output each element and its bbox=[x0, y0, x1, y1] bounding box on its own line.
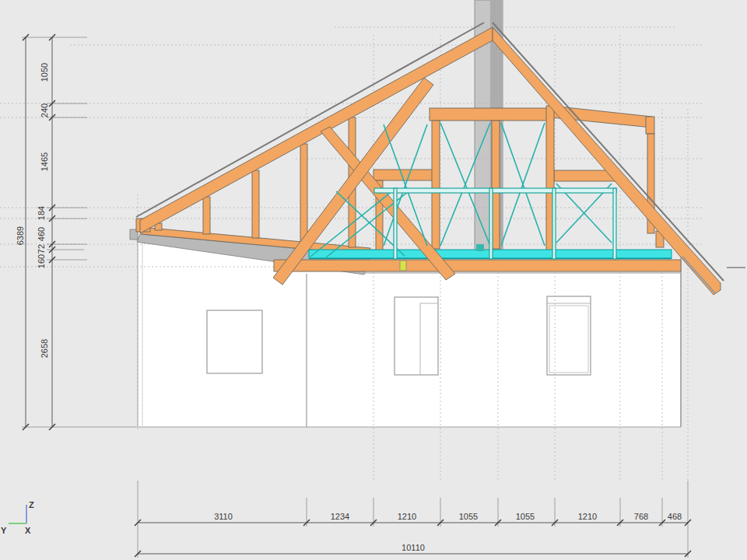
dim-label-160: 160 bbox=[37, 254, 46, 268]
chimney-base-fitting bbox=[476, 244, 484, 251]
x-axis-label: X bbox=[25, 526, 31, 535]
window-right bbox=[547, 296, 591, 375]
dim-label-overall-height: 6389 bbox=[16, 226, 25, 245]
dim-label-240: 240 bbox=[40, 103, 49, 117]
dim-label-1050: 1050 bbox=[40, 63, 49, 82]
collar-beam bbox=[430, 108, 554, 121]
dim-label-1210b: 1210 bbox=[578, 512, 597, 521]
floor-sill-beam bbox=[274, 260, 681, 271]
railing-top-rail bbox=[374, 188, 616, 193]
y-axis-label: Y bbox=[1, 526, 7, 535]
dim-label-2658: 2658 bbox=[40, 339, 49, 358]
dim-label-1234: 1234 bbox=[331, 512, 349, 521]
dim-label-1055a: 1055 bbox=[459, 512, 478, 521]
attic-floor bbox=[274, 250, 681, 271]
window-middle bbox=[395, 297, 438, 375]
cad-drawing-canvas: 1050 240 1465 184 460 72 160 2658 6389 bbox=[0, 0, 747, 560]
dim-label-468: 468 bbox=[668, 512, 682, 521]
dim-label-1210a: 1210 bbox=[398, 512, 416, 521]
dim-label-460: 460 bbox=[37, 227, 46, 241]
dim-label-1055b: 1055 bbox=[516, 512, 535, 521]
highlight-fitting bbox=[400, 261, 406, 271]
dim-label-3110: 3110 bbox=[214, 512, 233, 521]
dim-label-1465: 1465 bbox=[40, 152, 49, 171]
window-left bbox=[207, 310, 262, 373]
dim-label-768: 768 bbox=[634, 512, 648, 521]
dim-label-184: 184 bbox=[37, 206, 46, 220]
dim-label-72: 72 bbox=[37, 244, 46, 254]
dim-label-overall-width: 10110 bbox=[402, 543, 425, 552]
cad-viewport: 1050 240 1465 184 460 72 160 2658 6389 bbox=[0, 0, 747, 560]
z-axis-label: Z bbox=[29, 500, 34, 509]
